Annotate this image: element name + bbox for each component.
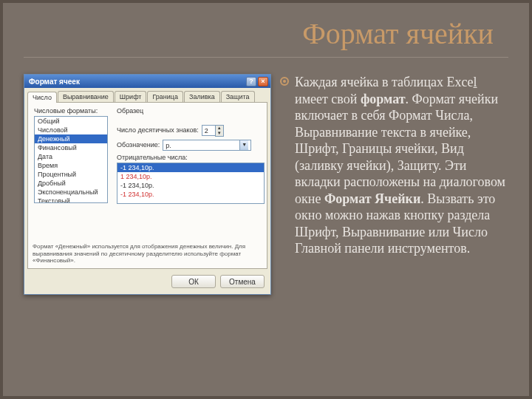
ok-button[interactable]: ОК	[171, 275, 216, 288]
decimals-label: Число десятичных знаков:	[117, 126, 199, 134]
dialog-titlebar[interactable]: Формат ячеек ? ×	[24, 75, 270, 88]
tab-font[interactable]: Шрифт	[115, 91, 147, 102]
tab-strip: Число Выравнивание Шрифт Граница Заливка…	[24, 88, 270, 102]
formats-label: Числовые форматы:	[34, 107, 108, 115]
help-button[interactable]: ?	[246, 77, 256, 86]
sample-label: Образец	[117, 107, 265, 115]
decimals-value[interactable]: 2	[202, 125, 215, 136]
tab-alignment[interactable]: Выравнивание	[58, 91, 114, 102]
list-item[interactable]: Финансовый	[35, 143, 107, 152]
chevron-down-icon[interactable]: ▼	[239, 140, 248, 150]
tab-fill[interactable]: Заливка	[184, 91, 220, 102]
content-row: Формат ячеек ? × Число Выравнивание Шриф…	[24, 74, 508, 295]
list-item[interactable]: -1 234,10р.	[117, 190, 264, 199]
list-item[interactable]: Экспоненциальный	[35, 188, 107, 197]
page-title: Формат ячейки	[24, 16, 508, 58]
slide: Формат ячейки Формат ячеек ? × Число Выр…	[0, 0, 532, 399]
list-item[interactable]: Текстовый	[35, 197, 107, 203]
negatives-list[interactable]: -1 234,10р. 1 234,10р. -1 234,10р. -1 23…	[117, 163, 265, 204]
body-text: Каждая ячейка в таблицах Excel имеет сво…	[295, 74, 508, 257]
close-button[interactable]: ×	[258, 77, 268, 86]
tab-panel-number: Числовые форматы: Общий Числовой Денежны…	[27, 102, 267, 269]
tab-protect[interactable]: Защита	[221, 91, 255, 102]
list-item[interactable]: Общий	[35, 117, 107, 126]
bullet-item: Каждая ячейка в таблицах Excel имеет сво…	[280, 74, 508, 257]
list-item[interactable]: 1 234,10р.	[117, 172, 264, 181]
symbol-label: Обозначение:	[117, 141, 160, 149]
neg-label: Отрицательные числа:	[117, 154, 265, 161]
bullet-icon	[280, 77, 289, 86]
right-column: Каждая ячейка в таблицах Excel имеет сво…	[280, 74, 508, 295]
list-item[interactable]: Время	[35, 161, 107, 170]
tab-number[interactable]: Число	[27, 92, 57, 103]
list-item[interactable]: Процентный	[35, 170, 107, 179]
list-item[interactable]: -1 234,10р.	[117, 181, 264, 190]
tab-border[interactable]: Граница	[147, 91, 183, 102]
decimals-stepper[interactable]: 2 ▲▼	[202, 125, 224, 137]
dialog-title: Формат ячеек	[29, 78, 80, 86]
list-item[interactable]: Дата	[35, 152, 107, 161]
dialog-format-cells: Формат ячеек ? × Число Выравнивание Шриф…	[24, 74, 271, 295]
chevron-down-icon[interactable]: ▼	[216, 131, 223, 136]
list-item[interactable]: -1 234,10р.	[117, 163, 264, 172]
symbol-value: р.	[166, 142, 171, 149]
chevron-up-icon[interactable]: ▲	[216, 126, 223, 131]
format-description: Формат «Денежный» используется для отобр…	[31, 242, 264, 265]
list-item[interactable]: Дробный	[35, 179, 107, 188]
left-column: Формат ячеек ? × Число Выравнивание Шриф…	[24, 74, 271, 295]
formats-list[interactable]: Общий Числовой Денежный Финансовый Дата …	[34, 116, 108, 203]
cancel-button[interactable]: Отмена	[220, 275, 265, 288]
list-item[interactable]: Числовой	[35, 126, 107, 134]
symbol-select[interactable]: р. ▼	[163, 140, 251, 151]
list-item[interactable]: Денежный	[35, 134, 107, 143]
